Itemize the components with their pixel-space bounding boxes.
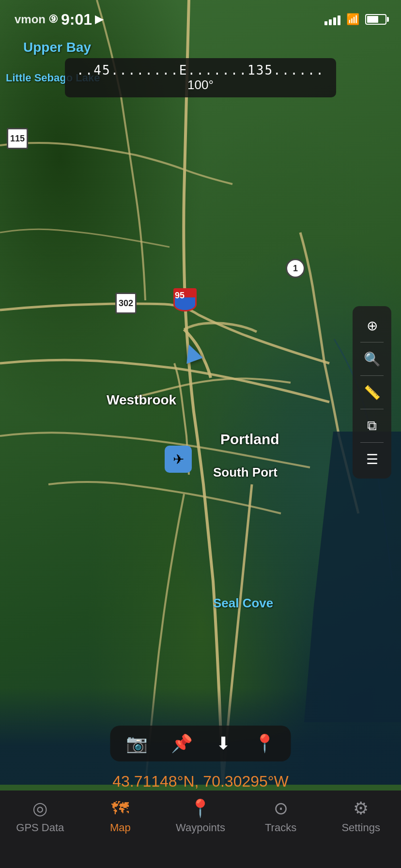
road-shield-115: 115: [7, 128, 28, 149]
right-toolbar: ⊕ 🔍 📏 ⧉ ☰: [353, 306, 391, 479]
toolbar-divider-2: [360, 375, 384, 376]
coordinates-text: 43.71148°N, 70.30295°W: [112, 773, 289, 790]
road-shield-1: 1: [286, 259, 305, 278]
tab-tracks[interactable]: ⊙ Tracks: [245, 798, 317, 834]
pin-icon: 📌: [171, 733, 193, 754]
settings-icon: ⚙: [353, 798, 369, 819]
tab-settings[interactable]: ⚙ Settings: [324, 798, 397, 834]
compass-scale: ..45........E.......135......: [77, 63, 324, 78]
waypoints-icon: 📍: [189, 798, 211, 819]
compass-bearing: 100°: [77, 78, 324, 93]
download-icon: ⬇: [216, 733, 231, 754]
signal-bar-2: [329, 19, 332, 25]
tab-waypoints[interactable]: 📍 Waypoints: [164, 798, 237, 834]
compass-header: ..45........E.......135...... 100°: [65, 58, 336, 97]
signal-strength: [324, 14, 340, 25]
layers-icon: ⧉: [367, 418, 377, 434]
network-icon: ⑨: [48, 13, 58, 26]
layers-button[interactable]: ⧉: [356, 410, 387, 441]
tracks-icon: ⊙: [274, 798, 288, 819]
battery-icon: [365, 14, 386, 25]
time-display: 9:01: [61, 11, 92, 29]
crosshair-button[interactable]: ⊕: [356, 310, 387, 341]
measure-button[interactable]: 📏: [356, 377, 387, 408]
tab-bar: ◎ GPS Data 🗺 Map 📍 Waypoints ⊙ Tracks ⚙ …: [0, 790, 401, 868]
signal-bar-3: [333, 17, 336, 25]
search-button[interactable]: 🔍: [356, 343, 387, 374]
search-icon: 🔍: [364, 351, 381, 367]
carrier-name: vmon: [15, 13, 46, 26]
road-shield-302: 302: [115, 293, 137, 314]
toolbar-divider-3: [360, 409, 384, 409]
coordinates-display: 43.71148°N, 70.30295°W: [0, 773, 401, 790]
crosshair-icon: ⊕: [367, 318, 378, 334]
ruler-icon: 📏: [364, 385, 381, 401]
tab-settings-label: Settings: [341, 822, 380, 834]
status-right-icons: 📶: [324, 13, 386, 26]
tab-map[interactable]: 🗺 Map: [84, 798, 156, 834]
tab-gps-data[interactable]: ◎ GPS Data: [4, 798, 77, 834]
tab-map-label: Map: [110, 822, 131, 834]
status-bar: vmon ⑨ 9:01 ▶ 📶: [0, 0, 401, 39]
road-shield-i95: 95: [173, 288, 197, 311]
menu-button[interactable]: ☰: [356, 444, 387, 475]
camera-button[interactable]: 📷: [126, 733, 148, 754]
pin-button[interactable]: 📌: [171, 733, 193, 754]
tab-waypoints-label: Waypoints: [176, 822, 225, 834]
camera-icon: 📷: [126, 733, 148, 754]
download-button[interactable]: ⬇: [216, 733, 231, 754]
airport-marker: ✈: [165, 446, 192, 473]
signal-bar-1: [324, 21, 327, 25]
signal-bar-4: [338, 16, 340, 25]
add-waypoint-icon: 📍: [254, 733, 276, 754]
map-icon: 🗺: [111, 798, 129, 819]
bottom-action-bar: 📷 📌 ⬇ 📍: [110, 726, 291, 761]
tab-gps-data-label: GPS Data: [16, 822, 64, 834]
toolbar-divider-4: [360, 442, 384, 443]
tab-tracks-label: Tracks: [265, 822, 296, 834]
map-view[interactable]: Upper Bay Little Sebago Lake Westbrook P…: [0, 0, 401, 785]
add-waypoint-button[interactable]: 📍: [254, 733, 276, 754]
wifi-icon: 📶: [346, 13, 359, 26]
toolbar-divider-1: [360, 342, 384, 342]
battery-fill: [367, 16, 378, 23]
status-time-area: vmon ⑨ 9:01 ▶: [15, 11, 103, 29]
gps-active-icon: ▶: [95, 13, 103, 26]
gps-data-icon: ◎: [32, 798, 47, 819]
menu-icon: ☰: [366, 451, 378, 467]
